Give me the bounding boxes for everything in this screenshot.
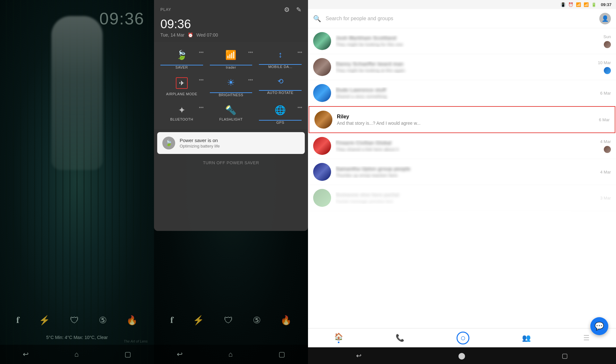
flashlight-label: FLASHLIGHT xyxy=(219,117,243,121)
home-sys-icon[interactable]: ⬤ xyxy=(458,352,465,360)
chat-item[interactable]: Firearm Civilian Global They shared a li… xyxy=(308,133,616,159)
home-active-dot xyxy=(338,342,339,343)
camera-circle-icon: ○ xyxy=(457,332,469,344)
back-nav-icon-2[interactable]: ↩ xyxy=(177,350,183,359)
mobile-data-icon: ↕ xyxy=(278,50,282,60)
bluetooth-dots[interactable]: ••• xyxy=(199,105,204,110)
notif-bg-number-icon: ⑤ xyxy=(253,315,261,326)
lockscreen-figure xyxy=(51,16,103,170)
alarm-status-icon: ⏰ xyxy=(568,2,573,7)
notification-header: PLAY ⚙ ✎ xyxy=(154,0,308,17)
chat-meta: 6 Mar xyxy=(600,91,611,96)
quick-tile-trader[interactable]: 📶 trader ••• xyxy=(207,45,256,72)
notif-bg-fire-icon: 🔥 xyxy=(280,315,292,326)
notification-date-alarm: Tue, 14 Mar ⏰ Wed 07:00 xyxy=(154,32,308,42)
nav-home[interactable]: 🏠 xyxy=(334,333,343,343)
quick-tile-auto-rotate[interactable]: ⟲ AUTO ROTATE xyxy=(256,73,305,100)
quick-tile-saver[interactable]: 🍃 SAVER ••• xyxy=(157,45,206,72)
facebook-icon[interactable]: 𝐟 xyxy=(16,315,19,326)
search-input[interactable]: Search for people and groups xyxy=(326,16,595,21)
chat-item[interactable]: Someone else here partial Partial messag… xyxy=(308,185,616,211)
mobile-data-label: MOBILE DA... xyxy=(268,65,292,69)
compose-button[interactable]: 💬 xyxy=(590,317,608,335)
flashlight-icon: 🔦 xyxy=(225,105,236,115)
chat-item[interactable]: Josh Markham Scottland They might be loo… xyxy=(308,28,616,54)
number-icon[interactable]: ⑤ xyxy=(99,315,107,326)
saver-icon: 🍃 xyxy=(176,50,187,60)
chat-item[interactable]: Danny Schaeffer beard man They might be … xyxy=(308,54,616,80)
gps-label: GPS xyxy=(276,121,284,124)
chat-item[interactable]: Dude Lawrence stuff Shared a story somet… xyxy=(308,80,616,106)
lockscreen-panel: 09:36 𝐟 ⚡ 🛡 ⑤ 🔥 5°C Min: 4°C Max: 10°C, … xyxy=(0,0,154,364)
battery-icon: 🔋 xyxy=(591,2,596,7)
quick-tile-bluetooth[interactable]: ✦ BLUETOOTH ••• xyxy=(157,100,206,128)
chat-item[interactable]: Samantha Upton group people Thumbs up em… xyxy=(308,159,616,185)
quick-tile-brightness[interactable]: ☀ BRIGHTNESS ••• xyxy=(207,73,256,100)
turn-off-power-saver-button[interactable]: TURN OFF POWER SAVER xyxy=(154,158,308,167)
lightning-icon[interactable]: ⚡ xyxy=(39,315,50,326)
bluetooth-icon: ✦ xyxy=(178,105,185,115)
profile-avatar[interactable]: 👤 xyxy=(599,13,611,24)
mobile-data-dots[interactable]: ••• xyxy=(297,50,302,55)
back-sys-icon[interactable]: ↩ xyxy=(356,352,362,360)
quick-tile-gps[interactable]: 🌐 GPS ••• xyxy=(256,100,305,128)
airplane-dots[interactable]: ••• xyxy=(199,77,204,82)
notification-date: Tue, 14 Mar xyxy=(160,32,184,38)
system-nav-bar: ↩ ⬤ ▢ xyxy=(308,347,616,364)
power-saver-subtitle: Optimizing battery life xyxy=(180,144,300,148)
vibrate-icon: 📳 xyxy=(560,2,566,7)
notif-bg-app-icons: 𝐟 ⚡ 🛡 ⑤ 🔥 xyxy=(154,315,308,326)
quick-tile-mobile-data[interactable]: ↕ MOBILE DA... ••• xyxy=(256,45,305,72)
recent-nav-icon[interactable]: ▢ xyxy=(124,350,131,359)
power-saver-content: Power saver is on Optimizing battery lif… xyxy=(180,138,300,148)
fire-icon[interactable]: 🔥 xyxy=(126,315,138,326)
wifi-icon: 📶 xyxy=(225,50,236,60)
nav-camera[interactable]: ○ xyxy=(457,332,469,344)
shield-icon[interactable]: 🛡 xyxy=(70,315,79,326)
power-saver-notification[interactable]: 🍃 Power saver is on Optimizing battery l… xyxy=(157,132,305,154)
nav-people[interactable]: 👥 xyxy=(522,334,531,342)
nav-menu[interactable]: ☰ xyxy=(583,334,590,342)
chat-date: 3 Mar xyxy=(600,196,611,200)
edit-icon[interactable]: ✎ xyxy=(296,6,302,13)
riley-meta: 6 Mar xyxy=(599,117,610,122)
trader-dots[interactable]: ••• xyxy=(248,50,253,55)
auto-rotate-label: AUTO ROTATE xyxy=(267,91,294,95)
chat-preview: They might be looking for this one xyxy=(336,42,599,47)
riley-preview: And that story is...? And I would agree … xyxy=(337,121,595,126)
home-nav-icon-2[interactable]: ⌂ xyxy=(228,350,233,359)
chat-avatar xyxy=(313,32,331,50)
quick-tile-airplane[interactable]: ✈ AIRPLANE MODE ••• xyxy=(157,73,206,100)
chat-name: Danny Schaeffer beard man xyxy=(336,61,594,67)
chat-content: Samantha Upton group people Thumbs up em… xyxy=(336,166,596,178)
saver-dots[interactable]: ••• xyxy=(199,50,204,55)
nav-calls[interactable]: 📞 xyxy=(396,334,404,342)
chat-name: Samantha Upton group people xyxy=(336,166,596,172)
home-icon: 🏠 xyxy=(334,333,343,341)
lockscreen-nav-bar: ↩ ⌂ ▢ xyxy=(0,345,154,364)
phone-icon: 📞 xyxy=(396,334,404,342)
chat-avatar-small xyxy=(604,41,611,48)
airplane-border: ✈ xyxy=(176,77,188,89)
chat-date: 10 Mar xyxy=(598,60,611,65)
people-icon: 👥 xyxy=(522,334,531,342)
recent-nav-icon-2[interactable]: ▢ xyxy=(278,350,285,359)
brightness-dots[interactable]: ••• xyxy=(248,77,253,82)
chat-avatar-small xyxy=(604,146,611,153)
notification-header-icons: ⚙ ✎ xyxy=(284,6,302,13)
chat-name: Someone else here partial xyxy=(336,192,596,198)
status-time: 09:37 xyxy=(601,2,612,7)
brightness-label: BRIGHTNESS xyxy=(219,93,244,97)
status-bar: 📳 ⏰ 📶 📶 🔋 09:37 xyxy=(308,0,616,9)
settings-icon[interactable]: ⚙ xyxy=(284,6,290,13)
compose-icon: 💬 xyxy=(595,322,604,331)
back-nav-icon[interactable]: ↩ xyxy=(23,350,29,359)
chat-avatar xyxy=(313,58,331,76)
riley-chat-item[interactable]: Riley And that story is...? And I would … xyxy=(309,106,615,133)
gps-dots[interactable]: ••• xyxy=(297,105,302,110)
home-nav-icon[interactable]: ⌂ xyxy=(74,350,79,359)
quick-tile-flashlight[interactable]: 🔦 FLASHLIGHT xyxy=(207,100,256,128)
chat-avatar xyxy=(313,189,331,207)
recent-sys-icon[interactable]: ▢ xyxy=(562,352,568,360)
lockscreen-time: 09:36 xyxy=(99,9,144,28)
